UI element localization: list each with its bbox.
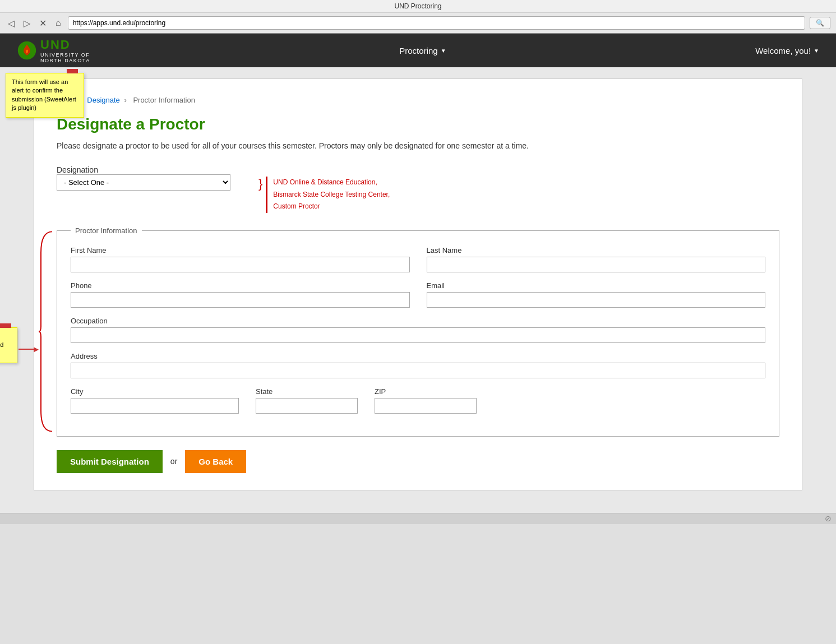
occupation-group: Occupation: [71, 317, 765, 343]
state-label: State: [256, 387, 358, 396]
nav-back-button[interactable]: ◁: [6, 17, 17, 30]
breadcrumb: Home › Designate › Proctor Information: [57, 96, 779, 104]
sticky-note-top: This form will use an alert to confirm t…: [6, 73, 84, 118]
email-group: Email: [427, 281, 766, 308]
email-label: Email: [427, 281, 766, 290]
proctoring-menu-arrow: ▼: [441, 48, 446, 54]
first-name-group: First Name: [71, 246, 410, 272]
first-name-input[interactable]: [71, 257, 410, 272]
welcome-menu-arrow: ▼: [814, 48, 819, 54]
designation-options-hint: UND Online & Distance Education, Bismarc…: [266, 177, 390, 213]
nav-forward-button[interactable]: ▷: [21, 17, 33, 30]
address-label: Address: [71, 352, 765, 360]
browser-chrome: ◁ ▷ ✕ ⌂ 🔍: [0, 13, 836, 34]
designation-label: Designation: [57, 165, 98, 174]
zip-label: ZIP: [375, 387, 477, 396]
go-back-button[interactable]: Go Back: [185, 450, 246, 473]
browser-title: UND Proctoring: [394, 2, 441, 10]
sticky-arrow: ▶: [19, 349, 35, 350]
address-group: Address: [71, 352, 765, 378]
und-logo-icon: [17, 40, 37, 61]
zip-group: ZIP: [375, 387, 477, 414]
designation-section: Designation - Select One - UND Online & …: [57, 165, 779, 213]
breadcrumb-designate[interactable]: Designate: [87, 96, 120, 104]
navbar-menu: Proctoring ▼: [399, 46, 446, 55]
brace-svg: [35, 226, 56, 437]
designation-hint: } UND Online & Distance Education, Bisma…: [258, 165, 390, 213]
occupation-input[interactable]: [71, 327, 765, 343]
occupation-label: Occupation: [71, 317, 765, 325]
page-title: Designate a Proctor: [57, 115, 779, 133]
name-row: First Name Last Name: [71, 246, 765, 272]
breadcrumb-current: Proctor Information: [133, 96, 195, 104]
phone-group: Phone: [71, 281, 410, 308]
contact-row: Phone Email: [71, 281, 765, 308]
browser-title-bar: UND Proctoring: [0, 0, 836, 13]
last-name-input[interactable]: [427, 257, 766, 272]
form-card: Home › Designate › Proctor Information D…: [34, 78, 802, 490]
address-input[interactable]: [71, 363, 765, 378]
occupation-row: Occupation: [71, 317, 765, 343]
bottom-bar: ⊘: [0, 513, 836, 524]
submit-designation-button[interactable]: Submit Designation: [57, 450, 163, 473]
navbar-right: Welcome, you! ▼: [755, 46, 819, 55]
proctor-fieldset-legend: Proctor Information: [71, 226, 142, 235]
page-description: Please designate a proctor to be used fo…: [57, 140, 779, 152]
last-name-label: Last Name: [427, 246, 766, 254]
sticky-note-middle: Shown if "Custom Proctor" is selected ab…: [0, 327, 17, 363]
city-state-zip-row: City State ZIP: [71, 387, 765, 414]
last-name-group: Last Name: [427, 246, 766, 272]
und-logo-text: UND UNIVERSITY OFNORTH DAKOTA: [40, 38, 90, 63]
address-row: Address: [71, 352, 765, 378]
app-wrapper: UND UNIVERSITY OFNORTH DAKOTA Proctoring…: [0, 34, 836, 644]
navbar-proctoring-menu[interactable]: Proctoring ▼: [399, 46, 446, 55]
first-name-label: First Name: [71, 246, 410, 254]
url-bar[interactable]: [68, 16, 805, 30]
breadcrumb-sep-2: ›: [124, 96, 128, 104]
proctor-section-wrapper: Shown if "Custom Proctor" is selected ab…: [57, 226, 779, 437]
designation-left: Designation - Select One - UND Online & …: [57, 165, 236, 191]
city-label: City: [71, 387, 239, 396]
state-input[interactable]: [256, 398, 358, 414]
und-logo: UND UNIVERSITY OFNORTH DAKOTA: [17, 38, 90, 63]
action-row: Submit Designation or Go Back: [57, 450, 779, 473]
phone-label: Phone: [71, 281, 410, 290]
phone-input[interactable]: [71, 292, 410, 308]
designation-select[interactable]: - Select One - UND Online & Distance Edu…: [57, 174, 230, 191]
nav-close-button[interactable]: ✕: [37, 17, 49, 30]
navbar-welcome-menu[interactable]: Welcome, you! ▼: [755, 46, 819, 55]
bottom-bar-icon: ⊘: [825, 514, 832, 523]
zip-input[interactable]: [375, 398, 477, 414]
state-group: State: [256, 387, 358, 414]
proctor-fieldset: Proctor Information First Name Last Name: [57, 226, 779, 437]
city-group: City: [71, 387, 239, 414]
email-input[interactable]: [427, 292, 766, 308]
navbar: UND UNIVERSITY OFNORTH DAKOTA Proctoring…: [0, 34, 836, 67]
browser-search-button[interactable]: 🔍: [810, 17, 830, 29]
city-input[interactable]: [71, 398, 239, 414]
or-text: or: [170, 457, 177, 466]
nav-home-button[interactable]: ⌂: [53, 17, 63, 29]
